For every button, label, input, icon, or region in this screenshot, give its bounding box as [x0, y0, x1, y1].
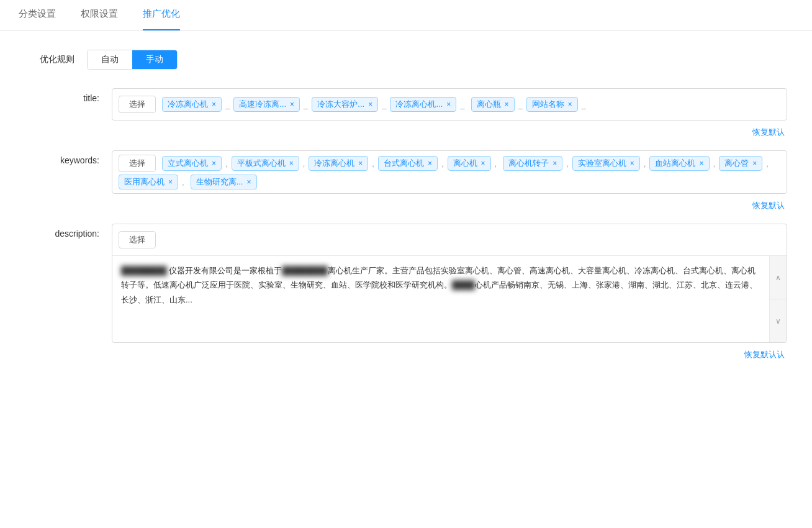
- title-tag-5: 离心瓶 ×: [471, 97, 515, 112]
- sep-6: _: [580, 100, 587, 109]
- description-text: ████████ 仪器开发有限公司是一家根植于████████离心机生产厂家。主…: [112, 256, 787, 314]
- title-tag-4-text: 冷冻离心机...: [395, 99, 443, 110]
- kw-tag-10-close[interactable]: ×: [168, 178, 173, 186]
- title-field-inner: 选择 冷冻离心机 × _ 高速冷冻离... × _ 冷冻大容炉... × _: [112, 89, 787, 120]
- ksep-8: ,: [712, 159, 717, 168]
- tab-permission[interactable]: 权限设置: [81, 0, 118, 30]
- title-field: 选择 冷冻离心机 × _ 高速冷冻离... × _ 冷冻大容炉... × _: [112, 88, 787, 121]
- keywords-row: keywords: 选择 立式离心机 × , 平板式离心机 × , 冷冻离心机 …: [25, 150, 787, 194]
- kw-tag-11: 生物研究离... ×: [191, 175, 257, 189]
- title-tag-6-close[interactable]: ×: [568, 100, 572, 109]
- description-scrollbar: ∧ ∨: [769, 256, 787, 342]
- title-tag-2: 高速冷冻离... ×: [233, 97, 300, 112]
- description-blurred-mid: ████████: [282, 266, 328, 275]
- kw-tag-7-close[interactable]: ×: [630, 159, 634, 168]
- kw-tag-9-close[interactable]: ×: [752, 159, 757, 168]
- title-tag-6-text: 网站名称: [532, 99, 564, 110]
- keywords-select-button[interactable]: 选择: [119, 155, 156, 172]
- top-navigation: 分类设置 权限设置 推广优化: [0, 0, 812, 31]
- description-select-button[interactable]: 选择: [119, 231, 156, 248]
- kw-tag-2-close[interactable]: ×: [289, 159, 294, 168]
- kw-tag-5-text: 离心机: [453, 158, 477, 169]
- kw-tag-1-text: 立式离心机: [168, 158, 208, 169]
- kw-tag-11-text: 生物研究离...: [196, 176, 243, 188]
- kw-tag-3: 冷冻离心机 ×: [309, 156, 368, 171]
- sep-2: _: [302, 100, 309, 109]
- kw-tag-9: 离心管 ×: [719, 156, 762, 171]
- sep-4: _: [459, 100, 466, 109]
- kw-tag-5: 离心机 ×: [448, 156, 491, 171]
- optimization-rule-label: 优化规则: [25, 54, 74, 65]
- ksep-4: ,: [440, 159, 445, 168]
- scroll-up-button[interactable]: ∧: [770, 256, 787, 299]
- description-blurred-end: ████: [452, 280, 475, 289]
- title-tag-4-close[interactable]: ×: [446, 100, 451, 109]
- rule-btn-group: 自动 手动: [87, 50, 178, 70]
- kw-tag-8-text: 血站离心机: [655, 158, 695, 169]
- title-tag-1-close[interactable]: ×: [212, 100, 216, 109]
- kw-tag-2: 平板式离心机 ×: [232, 156, 299, 171]
- scroll-down-button[interactable]: ∨: [770, 299, 787, 342]
- title-tag-1-text: 冷冻离心机: [168, 99, 208, 110]
- tab-promotion[interactable]: 推广优化: [143, 0, 180, 30]
- keywords-restore-link[interactable]: 恢复默认: [25, 200, 787, 211]
- kw-tag-5-close[interactable]: ×: [481, 159, 485, 168]
- kw-tag-7: 实验室离心机 ×: [572, 156, 640, 171]
- keywords-field: 选择 立式离心机 × , 平板式离心机 × , 冷冻离心机 × , 台式离心机: [112, 150, 787, 194]
- ksep-10: ,: [181, 178, 186, 187]
- kw-tag-8: 血站离心机 ×: [649, 156, 709, 171]
- title-label: title:: [25, 88, 99, 103]
- title-tag-1: 冷冻离心机 ×: [162, 97, 222, 112]
- kw-tag-7-text: 实验室离心机: [578, 158, 626, 169]
- sep-5: _: [517, 100, 524, 109]
- sep-1: _: [224, 100, 231, 109]
- kw-tag-6: 离心机转子 ×: [503, 156, 562, 171]
- title-tag-2-close[interactable]: ×: [290, 100, 294, 109]
- title-tag-6: 网站名称 ×: [526, 97, 578, 112]
- sep-3: _: [381, 100, 387, 109]
- kw-tag-3-close[interactable]: ×: [358, 159, 363, 168]
- description-label: description:: [25, 224, 99, 239]
- auto-option[interactable]: 自动: [88, 50, 132, 69]
- ksep-5: ,: [494, 159, 498, 168]
- manual-option[interactable]: 手动: [132, 50, 177, 69]
- kw-tag-10: 医用离心机 ×: [119, 175, 178, 189]
- ksep-7: ,: [643, 159, 647, 168]
- ksep-1: ,: [224, 159, 229, 168]
- kw-tag-6-close[interactable]: ×: [553, 159, 557, 168]
- title-restore-link[interactable]: 恢复默认: [25, 127, 787, 138]
- ksep-3: ,: [371, 159, 376, 168]
- description-row: description: 选择 ████████ 仪器开发有限公司是一家根植于█…: [25, 224, 787, 343]
- title-select-button[interactable]: 选择: [119, 96, 156, 113]
- description-field: 选择 ████████ 仪器开发有限公司是一家根植于████████离心机生产厂…: [112, 224, 787, 343]
- title-tag-5-close[interactable]: ×: [505, 100, 509, 109]
- keywords-field-inner: 选择 立式离心机 × , 平板式离心机 × , 冷冻离心机 × , 台式离心机: [112, 151, 787, 193]
- description-text-area: ████████ 仪器开发有限公司是一家根植于████████离心机生产厂家。主…: [112, 255, 787, 342]
- main-content: 优化规则 自动 手动 title: 选择 冷冻离心机 × _ 高速冷冻离... …: [0, 31, 812, 379]
- kw-tag-6-text: 离心机转子: [508, 158, 549, 169]
- title-tag-4: 冷冻离心机... ×: [390, 97, 456, 112]
- ksep-6: ,: [565, 159, 570, 168]
- ksep-2: ,: [302, 159, 307, 168]
- ksep-9: ,: [765, 159, 770, 168]
- title-row: title: 选择 冷冻离心机 × _ 高速冷冻离... × _ 冷冻大容炉..…: [25, 88, 787, 121]
- kw-tag-10-text: 医用离心机: [124, 176, 165, 188]
- description-restore-link[interactable]: 恢复默认认: [25, 349, 787, 360]
- description-top: 选择: [112, 224, 787, 255]
- description-blurred-start: ████████: [121, 266, 167, 275]
- title-tag-3: 冷冻大容炉... ×: [312, 97, 378, 112]
- optimization-rule-row: 优化规则 自动 手动: [25, 50, 787, 70]
- tab-classify[interactable]: 分类设置: [19, 0, 56, 30]
- keywords-label: keywords:: [25, 150, 99, 165]
- kw-tag-11-close[interactable]: ×: [246, 178, 251, 186]
- title-tag-5-text: 离心瓶: [477, 99, 501, 110]
- kw-tag-4: 台式离心机 ×: [378, 156, 438, 171]
- kw-tag-4-close[interactable]: ×: [428, 159, 432, 168]
- kw-tag-8-close[interactable]: ×: [699, 159, 703, 168]
- kw-tag-4-text: 台式离心机: [384, 158, 424, 169]
- kw-tag-1-close[interactable]: ×: [212, 159, 216, 168]
- title-tag-3-text: 冷冻大容炉...: [317, 99, 364, 110]
- kw-tag-2-text: 平板式离心机: [237, 158, 286, 169]
- kw-tag-3-text: 冷冻离心机: [314, 158, 354, 169]
- title-tag-3-close[interactable]: ×: [368, 100, 372, 109]
